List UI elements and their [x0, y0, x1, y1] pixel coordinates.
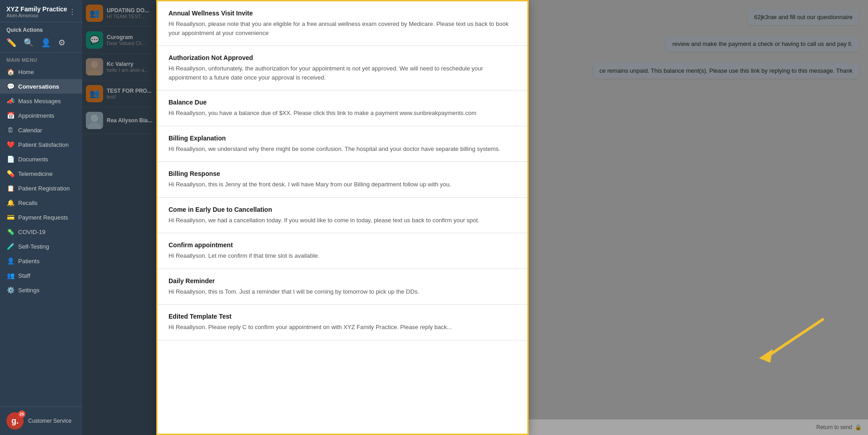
template-body-8: Hi Reaallyson. Please reply C to confirm…	[169, 323, 516, 332]
sidebar-item-telemedicine[interactable]: 💊 Telemedicine	[0, 166, 82, 181]
sidebar-item-label: Payment Requests	[18, 214, 68, 221]
add-patient-icon[interactable]: 👤	[41, 38, 51, 48]
main-menu-label: Main Menu	[0, 53, 82, 65]
documents-icon: 📄	[6, 155, 15, 163]
sidebar-item-mass-messages[interactable]: 📣 Mass Messages	[0, 94, 82, 108]
search-icon[interactable]: 🔍	[24, 38, 34, 48]
sidebar-item-documents[interactable]: 📄 Documents	[0, 152, 82, 166]
sidebar-item-label: Calendar	[18, 127, 42, 134]
sidebar-item-label: Recalls	[18, 200, 38, 206]
template-item-5[interactable]: Come in Early Due to Cancellation Hi Rea…	[158, 198, 527, 234]
template-title-0: Annual Wellness Visit Invite	[169, 10, 516, 17]
bottom-label: Customer Service	[28, 418, 71, 424]
template-item-8[interactable]: Edited Template Test Hi Reaallyson. Plea…	[158, 305, 527, 340]
sidebar-item-label: Home	[18, 69, 34, 75]
template-item-4[interactable]: Billing Response Hi Reaallyson, this is …	[158, 162, 527, 198]
template-title-3: Billing Explanation	[169, 135, 516, 142]
sidebar-item-label: Appointments	[18, 112, 55, 119]
patient-satisfaction-icon: ❤️	[6, 141, 15, 148]
menu-icon[interactable]: ⋮	[69, 8, 76, 16]
calendar-icon: 🗓	[6, 126, 15, 134]
avatar-letter: g.	[11, 416, 19, 426]
sidebar-bottom: g. 25 Customer Service	[0, 406, 82, 435]
sidebar-item-patients[interactable]: 👤 Patients	[0, 254, 82, 268]
home-icon: 🏠	[6, 68, 15, 75]
template-item-6[interactable]: Confirm appointment Hi Reaallyson. Let m…	[158, 233, 527, 269]
telemedicine-icon: 💊	[6, 170, 15, 177]
template-title-4: Billing Response	[169, 170, 516, 177]
template-body-4: Hi Reaallyson, this is Jenny at the fron…	[169, 180, 516, 189]
template-body-3: Hi Reaallyson, we understand why there m…	[169, 145, 516, 154]
sidebar-item-covid[interactable]: 🦠 COVID-19	[0, 225, 82, 239]
sidebar-item-settings[interactable]: ⚙️ Settings	[0, 283, 82, 297]
sidebar-item-conversations[interactable]: 💬 Conversations	[0, 79, 82, 94]
sidebar-item-label: Settings	[18, 287, 40, 294]
sidebar-item-calendar[interactable]: 🗓 Calendar	[0, 123, 82, 137]
sidebar: XYZ Family Practice Alvin Amoroso ⋮ Quic…	[0, 0, 82, 435]
user-name: Alvin Amoroso	[6, 13, 67, 18]
sidebar-item-label: Self-Testing	[18, 243, 49, 250]
filter-icon[interactable]: ⚙	[58, 38, 65, 48]
sidebar-item-staff[interactable]: 👥 Staff	[0, 268, 82, 283]
template-title-6: Confirm appointment	[169, 241, 516, 249]
sidebar-item-label: Documents	[18, 156, 48, 163]
sidebar-item-label: Telemedicine	[18, 170, 53, 177]
recalls-icon: 🔔	[6, 199, 15, 206]
sidebar-item-label: Patients	[18, 258, 40, 265]
template-item-3[interactable]: Billing Explanation Hi Reaallyson, we un…	[158, 126, 527, 162]
appointments-icon: 📅	[6, 112, 15, 119]
sidebar-item-patient-satisfaction[interactable]: ❤️ Patient Satisfaction	[0, 137, 82, 152]
template-panel[interactable]: Annual Wellness Visit Invite Hi Reaallys…	[156, 0, 529, 435]
quick-actions-bar: ✏️ 🔍 👤 ⚙	[0, 36, 82, 53]
app-name: XYZ Family Practice	[6, 5, 67, 13]
sidebar-item-label: Conversations	[18, 83, 59, 90]
staff-icon: 👥	[6, 272, 15, 279]
payment-requests-icon: 💳	[6, 214, 15, 221]
covid-icon: 🦠	[6, 228, 15, 235]
notification-badge: 25	[18, 410, 25, 418]
template-body-2: Hi Reaallyson, you have a balance due of…	[169, 109, 516, 118]
compose-icon[interactable]: ✏️	[6, 38, 16, 48]
template-item-7[interactable]: Daily Reminder Hi Reaallyson, this is To…	[158, 269, 527, 305]
sidebar-item-label: Staff	[18, 272, 30, 279]
sidebar-item-patient-registration[interactable]: 📋 Patient Registration	[0, 181, 82, 195]
template-body-6: Hi Reaallyson. Let me confirm if that ti…	[169, 251, 516, 260]
template-title-8: Edited Template Test	[169, 313, 516, 320]
patients-icon: 👤	[6, 257, 15, 265]
sidebar-item-label: COVID-19	[18, 229, 45, 235]
avatar[interactable]: g. 25	[6, 412, 24, 430]
template-title-2: Balance Due	[169, 99, 516, 106]
conversations-icon: 💬	[6, 83, 15, 90]
template-body-5: Hi Reaallyson, we had a cancellation tod…	[169, 216, 516, 225]
template-title-1: Authorization Not Approved	[169, 54, 516, 61]
sidebar-item-self-testing[interactable]: 🧪 Self-Testing	[0, 239, 82, 254]
quick-actions-label: Quick Actions	[0, 22, 82, 36]
mass-messages-icon: 📣	[6, 97, 15, 105]
template-title-7: Daily Reminder	[169, 277, 516, 285]
sidebar-item-recalls[interactable]: 🔔 Recalls	[0, 195, 82, 210]
patient-registration-icon: 📋	[6, 185, 15, 192]
self-testing-icon: 🧪	[6, 243, 15, 250]
sidebar-item-label: Patient Satisfaction	[18, 141, 69, 148]
template-item-0[interactable]: Annual Wellness Visit Invite Hi Reaallys…	[158, 1, 527, 46]
template-item-2[interactable]: Balance Due Hi Reaallyson, you have a ba…	[158, 90, 527, 126]
sidebar-item-label: Patient Registration	[18, 185, 69, 192]
template-body-7: Hi Reaallyson, this is Tom. Just a remin…	[169, 287, 516, 296]
template-body-1: Hi Reaallyson, unfortunately, the author…	[169, 64, 516, 82]
sidebar-item-appointments[interactable]: 📅 Appointments	[0, 108, 82, 123]
template-item-1[interactable]: Authorization Not Approved Hi Reaallyson…	[158, 46, 527, 90]
sidebar-item-home[interactable]: 🏠 Home	[0, 65, 82, 79]
settings-icon: ⚙️	[6, 286, 15, 294]
template-title-5: Come in Early Due to Cancellation	[169, 206, 516, 213]
template-list: Annual Wellness Visit Invite Hi Reaallys…	[158, 1, 527, 340]
main-area: 👥 UPDATING DO... HI TEAM TEST... 💬 Curog…	[82, 0, 868, 435]
sidebar-header: XYZ Family Practice Alvin Amoroso ⋮	[0, 0, 82, 22]
sidebar-item-label: Mass Messages	[18, 98, 61, 105]
sidebar-item-payment-requests[interactable]: 💳 Payment Requests	[0, 210, 82, 225]
template-body-0: Hi Reaallyson, please note that you are …	[169, 20, 516, 37]
